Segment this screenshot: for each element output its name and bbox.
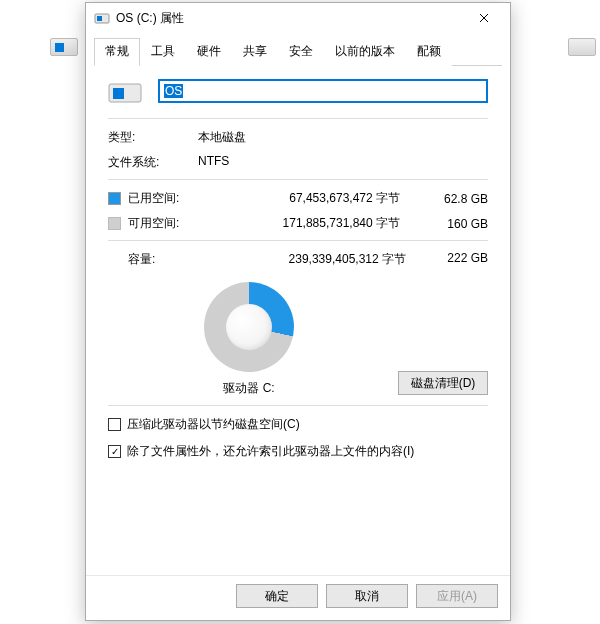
used-label: 已用空间: — [128, 190, 208, 207]
used-gb: 62.8 GB — [424, 192, 488, 206]
compress-checkbox[interactable] — [108, 418, 121, 431]
divider — [108, 118, 488, 119]
drive-letter-label: 驱动器 C: — [223, 380, 274, 397]
compress-label: 压缩此驱动器以节约磁盘空间(C) — [127, 416, 300, 433]
cancel-button[interactable]: 取消 — [326, 584, 408, 608]
divider — [108, 179, 488, 180]
free-gb: 160 GB — [424, 217, 488, 231]
tab-previous[interactable]: 以前的版本 — [324, 38, 406, 66]
properties-dialog: OS (C:) 属性 常规 工具 硬件 共享 安全 以前的版本 配额 OS — [85, 2, 511, 621]
filesystem-value: NTFS — [198, 154, 488, 171]
tab-security[interactable]: 安全 — [278, 38, 324, 66]
volume-name-text: OS — [164, 84, 183, 98]
close-button[interactable] — [464, 4, 504, 32]
volume-icon — [108, 78, 142, 104]
disk-cleanup-button[interactable]: 磁盘清理(D) — [398, 371, 488, 395]
capacity-label: 容量: — [108, 251, 202, 268]
drive-icon — [94, 10, 110, 26]
dialog-button-row: 确定 取消 应用(A) — [86, 575, 510, 620]
free-bytes: 171,885,731,840 字节 — [214, 215, 418, 232]
tab-tools[interactable]: 工具 — [140, 38, 186, 66]
volume-name-input[interactable]: OS — [158, 79, 488, 103]
tab-quota[interactable]: 配额 — [406, 38, 452, 66]
window-title: OS (C:) 属性 — [116, 10, 464, 27]
ok-button[interactable]: 确定 — [236, 584, 318, 608]
svg-rect-3 — [113, 88, 124, 99]
capacity-gb: 222 GB — [424, 251, 488, 268]
type-value: 本地磁盘 — [198, 129, 488, 146]
general-tab-content: OS 类型: 本地磁盘 文件系统: NTFS 已用空间: 67,453,673,… — [86, 66, 510, 575]
divider — [108, 240, 488, 241]
capacity-bytes: 239,339,405,312 字节 — [202, 251, 424, 268]
tab-general[interactable]: 常规 — [94, 38, 140, 66]
index-label: 除了文件属性外，还允许索引此驱动器上文件的内容(I) — [127, 443, 414, 460]
used-swatch — [108, 192, 121, 205]
tab-sharing[interactable]: 共享 — [232, 38, 278, 66]
usage-donut-chart — [204, 282, 294, 372]
background-drive-icon-left — [50, 38, 80, 60]
divider — [108, 405, 488, 406]
svg-rect-1 — [97, 16, 102, 21]
filesystem-label: 文件系统: — [108, 154, 198, 171]
titlebar[interactable]: OS (C:) 属性 — [86, 3, 510, 33]
apply-button[interactable]: 应用(A) — [416, 584, 498, 608]
used-bytes: 67,453,673,472 字节 — [214, 190, 418, 207]
free-label: 可用空间: — [128, 215, 208, 232]
free-swatch — [108, 217, 121, 230]
background-drive-icon-right — [568, 38, 598, 60]
type-label: 类型: — [108, 129, 198, 146]
tab-hardware[interactable]: 硬件 — [186, 38, 232, 66]
tab-strip: 常规 工具 硬件 共享 安全 以前的版本 配额 — [94, 37, 502, 66]
index-checkbox[interactable] — [108, 445, 121, 458]
